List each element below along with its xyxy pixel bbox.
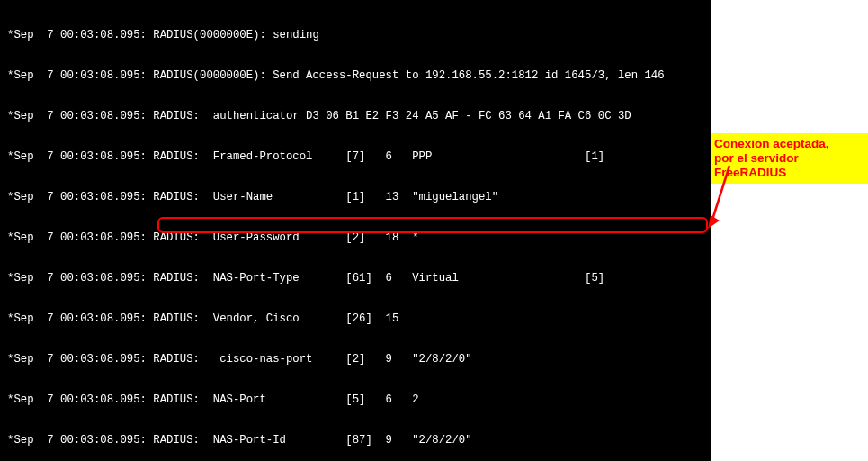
log-line: *Sep 7 00:03:08.095: RADIUS: Framed-Prot…	[0, 150, 711, 164]
callout-text-line1: Conexion aceptada,	[714, 137, 829, 150]
log-line: *Sep 7 00:03:08.095: RADIUS: NAS-Port [5…	[0, 393, 711, 407]
annotation-callout: Conexion aceptada, por el servidor FreeR…	[711, 133, 868, 184]
blank-right-panel	[711, 0, 868, 461]
log-line: *Sep 7 00:03:08.095: RADIUS(0000000E): s…	[0, 29, 711, 42]
log-line: *Sep 7 00:03:08.095: RADIUS: NAS-Port-Id…	[0, 434, 711, 447]
log-line: *Sep 7 00:03:08.095: RADIUS: cisco-nas-p…	[0, 353, 711, 366]
log-line: *Sep 7 00:03:08.095: RADIUS: authenticat…	[0, 110, 711, 123]
log-line: *Sep 7 00:03:08.095: RADIUS: NAS-Port-Ty…	[0, 272, 711, 285]
log-line: *Sep 7 00:03:08.095: RADIUS: Vendor, Cis…	[0, 312, 711, 326]
log-line: *Sep 7 00:03:08.095: RADIUS: User-Name […	[0, 191, 711, 204]
log-line: *Sep 7 00:03:08.095: RADIUS: User-Passwo…	[0, 231, 711, 245]
callout-text-line2: por el servidor FreeRADIUS	[714, 151, 799, 179]
terminal-output: *Sep 7 00:03:08.095: RADIUS(0000000E): s…	[0, 0, 711, 461]
log-line: *Sep 7 00:03:08.095: RADIUS(0000000E): S…	[0, 69, 711, 83]
